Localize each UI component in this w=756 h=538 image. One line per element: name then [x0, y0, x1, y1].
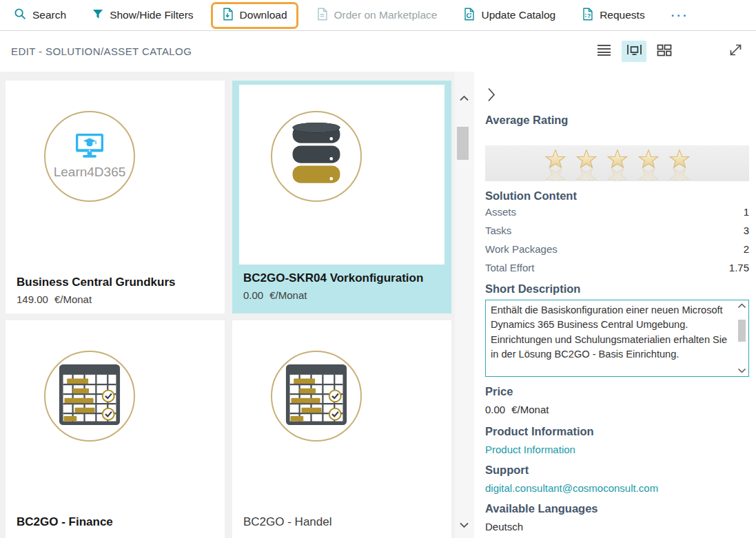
card-title: BC2GO-SKR04 Vorkonfiguration [243, 271, 440, 287]
list-view-icon [597, 43, 611, 59]
learn4d365-logo: Learn4D365 [44, 111, 135, 202]
average-rating-heading: Average Rating [485, 114, 749, 127]
update-catalog-button[interactable]: Update Catalog [463, 8, 555, 23]
search-label: Search [32, 9, 66, 21]
price-value: 0.00€/Monat [485, 404, 749, 415]
scroll-down-arrow[interactable] [737, 368, 746, 373]
short-description-heading: Short Description [485, 282, 749, 296]
search-icon [14, 8, 26, 23]
support-email-link[interactable]: digital.consultant@cosmoconsult.com [485, 482, 658, 494]
description-scrollbar[interactable] [735, 300, 748, 376]
card-text-area: BC2GO - Finance [6, 508, 225, 530]
svg-text:?: ? [587, 12, 591, 19]
chevron-right-icon [487, 93, 496, 105]
view-switcher [591, 41, 744, 62]
solution-card-bc2go-skr04[interactable]: BC2GO-SKR04 Vorkonfiguration 0.00€/Monat [232, 81, 451, 313]
solution-card-bc2go-handel[interactable]: BC2GO - Handel [232, 320, 451, 538]
card-view-icon [626, 43, 642, 59]
available-languages-heading: Available Languages [485, 502, 749, 515]
expand-diagonal-icon [728, 42, 744, 61]
tiles-view-icon [657, 43, 672, 59]
page-header: EDIT - SOLUTION/ASSET CATALOG [0, 31, 756, 71]
support-heading: Support [485, 464, 749, 477]
price-heading: Price [485, 385, 749, 398]
filters-label: Show/Hide Filters [110, 9, 193, 21]
scrollbar-thumb[interactable] [738, 320, 746, 342]
expand-page-button[interactable] [728, 42, 744, 61]
product-information-heading: Product Information [485, 425, 749, 438]
filter-icon [92, 9, 103, 22]
card-title: Business Central Grundkurs [17, 275, 214, 291]
card-text-area: Business Central Grundkurs 149.00€/Monat [6, 269, 225, 305]
download-document-icon [222, 8, 234, 23]
view-card-button[interactable] [622, 41, 646, 62]
solution-content-row: Work Packages 2 [485, 240, 749, 258]
card-price: 0.00€/Monat [243, 289, 440, 301]
update-catalog-document-icon [463, 8, 475, 23]
update-catalog-label: Update Catalog [481, 9, 555, 21]
requests-button[interactable]: ? Requests [582, 8, 644, 23]
gantt-chart-icon [285, 364, 347, 428]
solution-content-heading: Solution Content [485, 189, 749, 203]
catalog-content: Learn4D365 Business Central Grundkurs 14… [0, 72, 756, 538]
marketplace-label: Order on Marketplace [334, 9, 438, 21]
scroll-up-arrow[interactable] [459, 95, 469, 101]
short-description-text: Enthält die Basiskonfiguration einer neu… [486, 300, 735, 376]
order-on-marketplace-button[interactable]: Order on Marketplace [316, 8, 438, 23]
card-text-area: BC2GO-SKR04 Vorkonfiguration 0.00€/Monat [232, 265, 451, 301]
available-languages-value: Deutsch [485, 521, 749, 532]
card-image-area: Learn4D365 [6, 81, 225, 269]
card-image-area [6, 320, 225, 508]
short-description-textarea[interactable]: Enthält die Basiskonfiguration einer neu… [485, 300, 749, 377]
download-button[interactable]: Download [222, 8, 287, 23]
scroll-down-arrow[interactable] [459, 522, 469, 528]
card-text-area: BC2GO - Handel [232, 508, 451, 530]
page-title: EDIT - SOLUTION/ASSET CATALOG [11, 45, 192, 57]
solution-content-row: Assets 1 [485, 203, 749, 221]
show-hide-filters-button[interactable]: Show/Hide Filters [92, 9, 193, 22]
database-logo [271, 111, 362, 202]
download-highlight-box: Download [211, 2, 298, 29]
card-price: 149.00€/Monat [17, 293, 214, 305]
download-label: Download [240, 9, 287, 21]
star-reflection [545, 167, 690, 181]
card-title: BC2GO - Finance [17, 515, 214, 530]
solution-content-row: Tasks 3 [485, 221, 749, 240]
card-title: BC2GO - Handel [243, 515, 440, 530]
solution-content-row: Total Effort 1.75 [485, 258, 749, 277]
details-panel: Average Rating Solution Content Assets 1 [474, 72, 756, 538]
panel-collapse-button[interactable] [487, 87, 500, 105]
search-button[interactable]: Search [14, 8, 66, 23]
view-list-button[interactable] [591, 41, 616, 62]
database-icon [288, 122, 345, 191]
gantt-chart-icon [59, 364, 121, 428]
requests-document-icon: ? [582, 8, 593, 23]
gantt-logo [44, 351, 135, 442]
monitor-graduation-icon [74, 133, 105, 163]
view-tiles-button[interactable] [652, 41, 677, 62]
grid-scrollbar[interactable] [455, 72, 474, 538]
card-image-area [232, 320, 451, 508]
requests-label: Requests [600, 9, 644, 21]
marketplace-document-icon [316, 8, 328, 23]
scroll-up-arrow[interactable] [737, 303, 746, 309]
action-toolbar: Search Show/Hide Filters Download Order … [0, 0, 756, 31]
more-actions-button[interactable]: ... [671, 6, 689, 20]
solution-card-bc2go-finance[interactable]: BC2GO - Finance [6, 320, 225, 538]
solution-card-grid: Learn4D365 Business Central Grundkurs 14… [0, 72, 455, 538]
average-rating-display [485, 145, 749, 181]
solution-card-business-central-grundkurs[interactable]: Learn4D365 Business Central Grundkurs 14… [6, 81, 225, 313]
card-image-area [239, 85, 445, 265]
gantt-logo [271, 351, 362, 442]
logo-text: Learn4D365 [54, 165, 126, 180]
scrollbar-thumb[interactable] [457, 127, 469, 160]
product-information-link[interactable]: Product Information [485, 444, 575, 455]
